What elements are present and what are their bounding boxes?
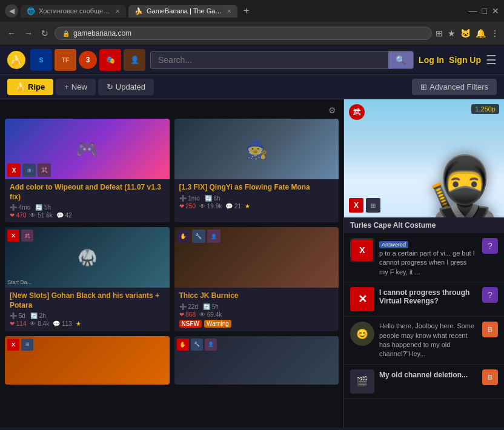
address-bar[interactable]: 🔒 gamebanana.com bbox=[55, 27, 432, 40]
tab-1[interactable]: 🌐 Хостинговое сообщество «Тin… ✕ bbox=[21, 5, 126, 18]
sidebar-qa2-badge: ? bbox=[482, 287, 498, 303]
card-burnice[interactable]: ✋ 🔧 👤 Thicc JK Burnice ➕ 22d 🔄 5h ❤ 868 … bbox=[174, 227, 339, 331]
search-button[interactable]: 🔍 bbox=[388, 51, 413, 68]
sidebar-item-blog1[interactable]: 😊 Hello there, Joolboy here. Some people… bbox=[344, 317, 504, 365]
window-controls: — □ ✕ bbox=[469, 6, 499, 16]
featured-character: 🥷 bbox=[425, 157, 501, 217]
filter-bar: 🍌 Ripe + New ↻ Updated ⊞ Advanced Filter… bbox=[0, 75, 504, 99]
sidebar-item-qa2[interactable]: ✕ I cannot progress through Virtual Reve… bbox=[344, 282, 504, 317]
close-button[interactable]: ✕ bbox=[492, 6, 499, 16]
nsfw-badge: NSFW bbox=[179, 320, 202, 328]
card3-update: 🔄 2h bbox=[30, 313, 46, 319]
card1-body: Add color to Wipeout and Defeat (11.07 v… bbox=[5, 179, 170, 222]
card4-meta: ➕ 22d 🔄 5h bbox=[179, 303, 334, 310]
sidebar-blog1-badge: B bbox=[482, 322, 498, 337]
filter-new[interactable]: + New bbox=[56, 79, 96, 95]
card1-comments: 💬 42 bbox=[56, 212, 72, 219]
sidebar-item-qa1[interactable]: X Answered p to a certain part of vi... … bbox=[344, 233, 504, 282]
game-icons: S TF 3 🎭 👤 bbox=[30, 49, 145, 71]
hamburger-menu[interactable]: ☰ bbox=[486, 53, 497, 67]
ripe-label: Ripe bbox=[28, 82, 45, 91]
translate-icon[interactable]: ⊞ bbox=[436, 28, 443, 38]
card2-star: ★ bbox=[245, 203, 250, 210]
sidebar-qa1-content: Answered p to a certain part of vi... ge… bbox=[379, 238, 477, 277]
tab-bar: ◀ 🌐 Хостинговое сообщество «Тin… ✕ 🍌 Gam… bbox=[0, 0, 504, 22]
advanced-label: Advanced Filters bbox=[429, 82, 488, 91]
profile-icon[interactable]: 🐱 bbox=[460, 28, 471, 38]
sidebar-blog1-content: Hello there, Joolboy here. Some people m… bbox=[379, 322, 477, 359]
cards-grid: 🎮 X ⊞ 武 Add color to Wipeout and Defeat … bbox=[5, 119, 339, 331]
browser-icons: ⊞ ★ 🐱 🔔 ⋮ bbox=[436, 28, 499, 38]
card1-stats: ❤ 470 👁 51.6k 💬 42 bbox=[10, 212, 165, 219]
reload-button[interactable]: ↻ bbox=[39, 27, 51, 39]
logo-banana[interactable]: 🍌 bbox=[7, 51, 25, 69]
back-nav-button[interactable]: ← bbox=[5, 27, 18, 39]
search-input[interactable] bbox=[151, 51, 388, 68]
more-icon[interactable]: ⋮ bbox=[491, 28, 499, 38]
sidebar-qa2-icon: ✕ bbox=[350, 287, 374, 311]
bottom-cards-row: X ⊞ ✋ 🔧 👤 bbox=[5, 336, 339, 385]
card2-thumbnail: 🧙 bbox=[174, 119, 339, 179]
card3-body: [New Slots] Gohan Black and his variants… bbox=[5, 288, 170, 331]
card3-likes: ❤ 114 bbox=[10, 320, 26, 327]
extensions-icon[interactable]: 🔔 bbox=[476, 28, 486, 38]
card4-update: 🔄 5h bbox=[203, 303, 219, 310]
sidebar-featured[interactable]: 🥷 武 1,250p X ⊞ Turles Cape Alt Costume bbox=[344, 99, 504, 233]
banana-icon: 🍌 bbox=[16, 82, 25, 91]
card3-title: [New Slots] Gohan Black and his variants… bbox=[10, 291, 165, 310]
minimize-button[interactable]: — bbox=[469, 6, 477, 16]
card2-views: 👁 19.9k bbox=[199, 203, 222, 210]
featured-icons-row: X ⊞ bbox=[349, 198, 380, 213]
gear-button[interactable]: ⚙ bbox=[328, 105, 336, 115]
filter-updated[interactable]: ↻ Updated bbox=[98, 79, 154, 95]
login-button[interactable]: Log In bbox=[419, 55, 444, 65]
card4-views: 👁 69.4k bbox=[199, 311, 222, 318]
game-icon-sonic[interactable]: S bbox=[30, 49, 52, 71]
sidebar-item-blog2[interactable]: 🎬 My old channel deletion... B bbox=[344, 365, 504, 399]
card3-age: ➕ 5d bbox=[10, 313, 25, 319]
card1-update: 🔄 5h bbox=[35, 204, 51, 211]
bookmark-icon[interactable]: ★ bbox=[448, 28, 456, 38]
card-gohan[interactable]: 🥋 Start Ba... X 武 [New Slots] Gohan Blac… bbox=[5, 227, 170, 331]
sidebar-featured-title: Turles Cape Alt Costume bbox=[344, 217, 504, 233]
tab2-favicon: 🍌 bbox=[134, 7, 143, 15]
card4-stats: ❤ 868 👁 69.4k bbox=[179, 311, 334, 318]
card4-age: ➕ 22d bbox=[179, 303, 198, 310]
game-icon-tf2[interactable]: TF bbox=[55, 49, 76, 71]
tab-2[interactable]: 🍌 GameBanana | The Game Mode… ✕ bbox=[128, 5, 237, 18]
card3-views: 👁 8.4k bbox=[30, 320, 49, 327]
card3-meta: ➕ 5d 🔄 2h bbox=[10, 313, 165, 319]
card4-thumbnail: ✋ 🔧 👤 bbox=[174, 227, 339, 288]
card4-badges: NSFW Warning bbox=[179, 320, 334, 328]
sidebar-blog1-icon: 😊 bbox=[350, 322, 374, 346]
card1-views: 👁 51.6k bbox=[30, 212, 52, 219]
site-header: 🍌 S TF 3 🎭 👤 🔍 Log In Sign Up ☰ bbox=[0, 45, 504, 75]
game-icon-3[interactable]: 3 bbox=[79, 51, 97, 69]
tab2-close[interactable]: ✕ bbox=[227, 8, 231, 15]
signup-button[interactable]: Sign Up bbox=[449, 55, 481, 65]
tab1-close[interactable]: ✕ bbox=[115, 8, 120, 15]
forward-nav-button[interactable]: → bbox=[22, 27, 35, 39]
card-qingyi[interactable]: 🧙 [1.3 FIX] QingYi as Flowing Fate Mona … bbox=[174, 119, 339, 222]
featured-points: 1,250p bbox=[471, 104, 499, 114]
browser-chrome: ◀ 🌐 Хостинговое сообщество «Тin… ✕ 🍌 Gam… bbox=[0, 0, 504, 45]
tab1-favicon: 🌐 bbox=[27, 7, 35, 15]
search-bar: 🔍 bbox=[150, 51, 414, 69]
gear-row: ⚙ bbox=[5, 104, 339, 116]
card1-thumbnail: 🎮 X ⊞ 武 bbox=[5, 119, 170, 179]
bottom-card-1[interactable]: X ⊞ bbox=[5, 336, 170, 385]
game-icon-4[interactable]: 🎭 bbox=[99, 49, 121, 71]
card2-comments: 💬 21 bbox=[225, 203, 241, 210]
filter-ripe[interactable]: 🍌 Ripe bbox=[7, 79, 53, 95]
featured-grid-icon: ⊞ bbox=[366, 198, 380, 213]
back-button[interactable]: ◀ bbox=[5, 4, 18, 18]
game-icon-5[interactable]: 👤 bbox=[124, 49, 145, 71]
featured-x-icon: X bbox=[349, 198, 363, 213]
filter-advanced[interactable]: ⊞ Advanced Filters bbox=[412, 79, 497, 95]
new-tab-button[interactable]: + bbox=[240, 5, 253, 16]
maximize-button[interactable]: □ bbox=[482, 6, 487, 16]
featured-rank-badge: 武 bbox=[349, 104, 365, 120]
card1-meta: ➕ 4mo 🔄 5h bbox=[10, 204, 165, 211]
bottom-card-2[interactable]: ✋ 🔧 👤 bbox=[174, 336, 339, 385]
card-wipeout[interactable]: 🎮 X ⊞ 武 Add color to Wipeout and Defeat … bbox=[5, 119, 170, 222]
